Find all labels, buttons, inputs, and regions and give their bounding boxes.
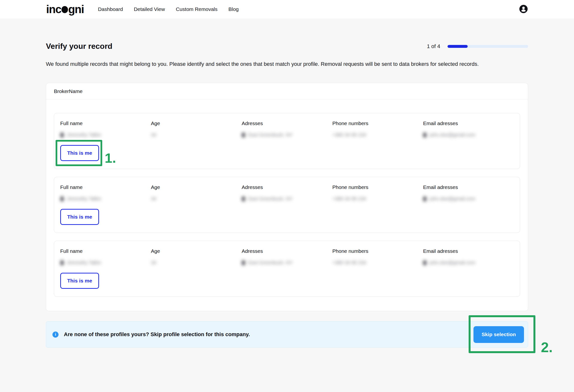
blurred-value: 34 (151, 196, 242, 202)
page-description: We found multiple records that might bel… (46, 60, 518, 68)
this-is-me-button[interactable]: This is me (60, 273, 99, 289)
field-label: Full name (60, 248, 151, 254)
broker-card: BrokerName Full name Jimmothy Talkin Age… (46, 83, 528, 311)
blurred-value: East Greenbush, NY (242, 196, 332, 202)
field-label: Age (151, 184, 242, 190)
broker-records-list: Full name Jimmothy Talkin Age 34 Adresse… (46, 99, 528, 311)
nav-item-custom-removals[interactable]: Custom Removals (176, 6, 218, 12)
record-field-age: Age 34 (151, 121, 242, 138)
page-title: Verify your record (46, 42, 112, 51)
blurred-person-icon (60, 260, 64, 266)
step-1-annotation-number: 1. (105, 151, 116, 165)
blurred-value: Jimmothy Talkin (60, 260, 151, 266)
blurred-value: john.doe@gmail.com (423, 132, 514, 138)
blurred-value: +380 34 95 234 (332, 196, 423, 202)
record-field-addresses: Adresses East Greenbush, NY (242, 121, 332, 138)
skip-banner-text: Are none of these profiles yours? Skip p… (64, 331, 250, 338)
user-avatar-icon (519, 5, 528, 14)
blurred-person-icon (60, 196, 64, 202)
nav-item-detailed-view[interactable]: Detailed View (134, 6, 165, 12)
record-field-email-addresses: Email adresses john.doe@gmail.com (423, 184, 514, 202)
record-row: Full name Jimmothy Talkin Age 34 Adresse… (54, 113, 520, 169)
logo-text: inc (46, 3, 61, 16)
field-label: Phone numbers (332, 248, 423, 254)
record-row: Full name Jimmothy Talkin Age 34 Adresse… (54, 177, 520, 233)
skip-selection-banner: i Are none of these profiles yours? Skip… (46, 321, 528, 348)
field-label: Age (151, 121, 242, 126)
progress-bar-fill (448, 45, 468, 48)
blurred-email-icon (423, 260, 427, 266)
record-field-full-name: Full name Jimmothy Talkin (60, 184, 151, 202)
blurred-location-icon (242, 196, 245, 202)
blurred-email-icon (423, 196, 427, 202)
record-field-email-addresses: Email adresses john.doe@gmail.com (423, 248, 514, 266)
record-field-age: Age 34 (151, 184, 242, 202)
field-label: Age (151, 248, 242, 254)
skip-selection-button[interactable]: Skip selection (473, 326, 524, 343)
progress-step-label: 1 of 4 (427, 43, 440, 50)
blurred-value: john.doe@gmail.com (423, 196, 514, 202)
step-2-annotation-number: 2. (541, 340, 553, 354)
incogni-logo[interactable]: incgni (46, 4, 84, 15)
record-field-addresses: Adresses East Greenbush, NY (242, 184, 332, 202)
record-field-full-name: Full name Jimmothy Talkin (60, 121, 151, 138)
this-is-me-button[interactable]: This is me (60, 145, 99, 161)
blurred-value: East Greenbush, NY (242, 260, 332, 266)
record-field-full-name: Full name Jimmothy Talkin (60, 248, 151, 266)
record-field-age: Age 34 (151, 248, 242, 266)
blurred-value: 34 (151, 132, 242, 138)
blurred-value: +380 34 95 234 (332, 260, 423, 266)
blurred-value: Jimmothy Talkin (60, 196, 151, 202)
account-menu-button[interactable] (519, 5, 528, 14)
progress-indicator: 1 of 4 (427, 43, 528, 50)
logo-o-mark (62, 6, 68, 13)
field-label: Adresses (242, 248, 332, 254)
record-field-email-addresses: Email adresses john.doe@gmail.com (423, 121, 514, 138)
logo-text: gni (68, 3, 84, 16)
blurred-location-icon (242, 260, 245, 266)
blurred-value: john.doe@gmail.com (423, 260, 514, 266)
verify-record-page: Verify your record 1 of 4 We found multi… (46, 42, 528, 348)
blurred-person-icon (60, 132, 64, 138)
blurred-location-icon (242, 132, 245, 138)
blurred-value: +380 34 95 234 (332, 132, 423, 138)
blurred-value: Jimmothy Talkin (60, 132, 151, 138)
blurred-value: 34 (151, 260, 242, 266)
field-label: Adresses (242, 184, 332, 190)
broker-name: BrokerName (46, 83, 528, 99)
field-label: Full name (60, 184, 151, 190)
info-icon: i (52, 331, 59, 338)
field-label: Phone numbers (332, 184, 423, 190)
blurred-email-icon (423, 132, 427, 138)
record-field-addresses: Adresses East Greenbush, NY (242, 248, 332, 266)
progress-bar (448, 45, 528, 48)
record-field-phone-numbers: Phone numbers +380 34 95 234 (332, 184, 423, 202)
field-label: Phone numbers (332, 121, 423, 126)
record-field-phone-numbers: Phone numbers +380 34 95 234 (332, 248, 423, 266)
blurred-value: East Greenbush, NY (242, 132, 332, 138)
field-label: Email adresses (423, 184, 514, 190)
this-is-me-button[interactable]: This is me (60, 209, 99, 225)
nav-item-dashboard[interactable]: Dashboard (98, 6, 123, 12)
field-label: Adresses (242, 121, 332, 126)
field-label: Full name (60, 121, 151, 126)
record-row: Full name Jimmothy Talkin Age 34 Adresse… (54, 241, 520, 297)
nav-item-blog[interactable]: Blog (228, 6, 239, 12)
top-navigation-bar: incgni Dashboard Detailed View Custom Re… (0, 0, 574, 19)
main-nav: Dashboard Detailed View Custom Removals … (98, 6, 238, 12)
record-field-phone-numbers: Phone numbers +380 34 95 234 (332, 121, 423, 138)
field-label: Email adresses (423, 248, 514, 254)
field-label: Email adresses (423, 121, 514, 126)
